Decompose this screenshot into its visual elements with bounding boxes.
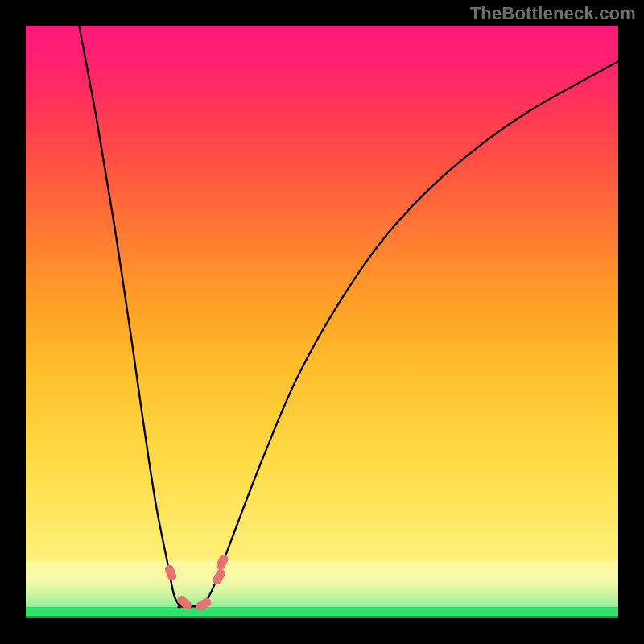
chart-frame: TheBottleneck.com [0, 0, 644, 644]
gradient-background [26, 26, 618, 618]
plot-area [26, 26, 618, 618]
watermark-text: TheBottleneck.com [470, 3, 636, 24]
